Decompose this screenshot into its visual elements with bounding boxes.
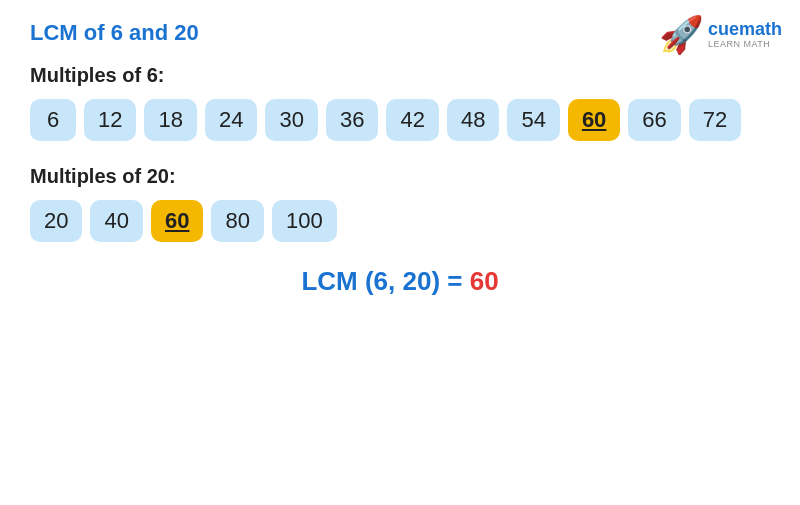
- rocket-icon: 🚀: [659, 14, 704, 56]
- logo-math: math: [739, 20, 782, 40]
- section-6: Multiples of 6: 61218243036424854606672: [30, 64, 770, 141]
- multiple-box-20-40: 40: [90, 200, 142, 242]
- result-text: LCM (6, 20) = 60: [30, 266, 770, 297]
- multiple-box-6-48: 48: [447, 99, 499, 141]
- multiple-box-20-20: 20: [30, 200, 82, 242]
- result-value: 60: [470, 266, 499, 296]
- logo-cue: cue: [708, 20, 739, 40]
- multiple-box-20-80: 80: [211, 200, 263, 242]
- multiple-box-6-30: 30: [265, 99, 317, 141]
- multiple-box-6-18: 18: [144, 99, 196, 141]
- page-container: 🚀 cuemath LEARN MATH LCM of 6 and 20 Mul…: [0, 0, 800, 505]
- multiple-box-6-12: 12: [84, 99, 136, 141]
- logo-cuemath: cuemath: [708, 20, 782, 40]
- logo-area: 🚀 cuemath LEARN MATH: [659, 14, 782, 56]
- multiple-box-6-42: 42: [386, 99, 438, 141]
- multiple-box-6-54: 54: [507, 99, 559, 141]
- logo-tagline: LEARN MATH: [708, 40, 770, 50]
- section-20-label: Multiples of 20:: [30, 165, 770, 188]
- logo-text: cuemath LEARN MATH: [708, 20, 782, 50]
- multiple-box-20-60: 60: [151, 200, 203, 242]
- multiple-box-6-36: 36: [326, 99, 378, 141]
- multiple-box-6-66: 66: [628, 99, 680, 141]
- multiple-box-6-24: 24: [205, 99, 257, 141]
- section-6-label: Multiples of 6:: [30, 64, 770, 87]
- multiple-box-20-100: 100: [272, 200, 337, 242]
- multiples-of-6-row: 61218243036424854606672: [30, 99, 770, 141]
- section-20: Multiples of 20: 20406080100: [30, 165, 770, 242]
- multiple-box-6-72: 72: [689, 99, 741, 141]
- result-section: LCM (6, 20) = 60: [30, 266, 770, 297]
- multiples-of-20-row: 20406080100: [30, 200, 770, 242]
- multiple-box-6-6: 6: [30, 99, 76, 141]
- result-prefix: LCM (6, 20) =: [301, 266, 469, 296]
- multiple-box-6-60: 60: [568, 99, 620, 141]
